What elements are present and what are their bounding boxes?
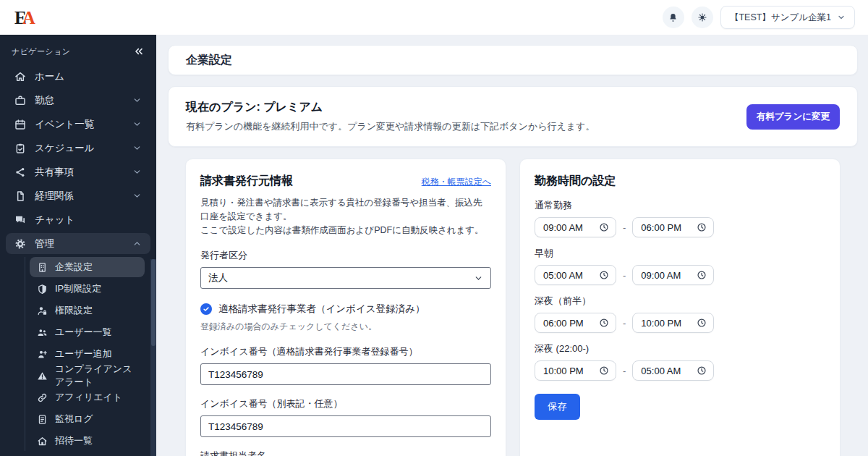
clock-icon <box>697 318 707 328</box>
work-hours-row-label: 早朝 <box>535 247 825 260</box>
start-time-input[interactable]: 05:00 AM <box>535 265 616 285</box>
sidebar-scrollbar-thumb[interactable] <box>151 259 156 346</box>
sidebar-item-home[interactable]: ホーム <box>6 66 150 87</box>
tax-settings-link[interactable]: 税務・帳票設定へ <box>422 176 491 188</box>
time-range-dash: - <box>623 318 626 329</box>
sidebar-item-ip-restriction[interactable]: IP制限設定 <box>30 279 145 299</box>
sidebar-item-compliance-alert[interactable]: コンプライアンスアラート <box>30 366 145 386</box>
invoice-card-header: 請求書発行元情報 税務・帳票設定へ <box>200 174 491 189</box>
change-plan-button[interactable]: 有料プランに変更 <box>746 104 840 130</box>
users-icon <box>37 327 48 338</box>
end-time-input[interactable]: 06:00 PM <box>632 217 714 237</box>
sidebar-item-audit-log[interactable]: 監視ログ <box>30 409 145 429</box>
chat-icon <box>14 214 26 226</box>
plan-title: 現在のプラン: プレミアム <box>186 100 595 115</box>
top-bar: EA 【TEST】サンプル企業1 <box>0 0 868 35</box>
sidebar-item-label: 経理関係 <box>35 190 74 203</box>
plan-card: 現在のプラン: プレミアム 有料プランの機能を継続利用中です。プラン変更や請求情… <box>168 86 858 147</box>
clock-icon <box>697 366 707 376</box>
sidebar-item-affiliate[interactable]: アフィリエイト <box>30 387 145 408</box>
clock-icon <box>599 366 609 376</box>
bell-icon <box>668 12 678 23</box>
check-icon <box>203 305 210 313</box>
sidebar-item-label: 監視ログ <box>55 413 93 426</box>
chevron-down-icon <box>132 96 142 105</box>
sidebar-item-label: 権限設定 <box>55 304 93 317</box>
chevron-down-icon <box>474 274 483 283</box>
sidebar-item-shared[interactable]: 共有事項 <box>6 161 150 182</box>
sidebar-item-label: 管理 <box>35 237 54 250</box>
sidebar-item-permissions[interactable]: 権限設定 <box>30 300 145 321</box>
sidebar-item-company-settings[interactable]: 企業設定 <box>30 257 145 277</box>
invoice-number-value: T123456789 <box>208 369 263 380</box>
invoice-number-alt-input[interactable]: T123456789 <box>200 415 491 437</box>
clock-icon <box>697 222 707 232</box>
sidebar-item-label: 共有事項 <box>35 166 74 179</box>
sidebar-item-accounting[interactable]: 経理関係 <box>6 185 150 206</box>
notifications-button[interactable] <box>663 7 684 28</box>
sidebar-item-label: ユーザー追加 <box>55 347 112 360</box>
home-icon <box>14 71 26 83</box>
clipboard-check-icon <box>14 143 26 154</box>
invoice-number-input[interactable]: T123456789 <box>200 363 491 385</box>
collapse-sidebar-icon[interactable] <box>133 46 145 57</box>
sidebar-item-invitations[interactable]: 招待一覧 <box>30 431 145 451</box>
admin-submenu: 企業設定 IP制限設定 権限設定 ユーザー一覧 ユーザー追加 <box>25 257 145 451</box>
page-title: 企業設定 <box>186 53 232 68</box>
end-time-input[interactable]: 10:00 PM <box>632 313 714 333</box>
chevron-down-icon <box>132 191 142 200</box>
sidebar-item-chat[interactable]: チャット <box>6 209 150 230</box>
end-time-input[interactable]: 09:00 AM <box>632 265 714 285</box>
work-hours-row: 06:00 PM - 10:00 PM <box>535 313 825 333</box>
sidebar-item-label: スケジュール <box>35 142 95 155</box>
sidebar-item-schedule[interactable]: スケジュール <box>6 138 150 159</box>
start-time-value: 09:00 AM <box>543 222 583 233</box>
sidebar-item-admin[interactable]: 管理 <box>6 233 150 254</box>
chevron-down-icon <box>837 13 846 22</box>
invoice-description-line2: ここで設定した内容は書類作成画面およびPDFに自動反映されます。 <box>200 225 484 235</box>
start-time-input[interactable]: 09:00 AM <box>535 217 616 237</box>
company-selector[interactable]: 【TEST】サンプル企業1 <box>720 6 855 29</box>
invoice-description-line1: 見積り・発注書や請求書に表示する貴社の登録番号や担当者、振込先口座を設定できます… <box>200 198 482 221</box>
qualified-issuer-checkbox-row[interactable]: 適格請求書発行事業者（インボイス登録済み） <box>200 303 491 316</box>
link-icon <box>37 392 48 403</box>
theme-toggle-button[interactable] <box>692 7 713 28</box>
building-icon <box>37 262 48 273</box>
sidebar-item-add-user[interactable]: ユーザー追加 <box>30 344 145 364</box>
sidebar-item-label: アフィリエイト <box>55 391 122 404</box>
clock-icon <box>599 318 609 328</box>
save-button[interactable]: 保存 <box>535 394 580 420</box>
settings-cards-row: 請求書発行元情報 税務・帳票設定へ 見積り・発注書や請求書に表示する貴社の登録番… <box>168 159 858 456</box>
sidebar-scrollbar[interactable] <box>150 259 156 456</box>
issuer-type-value: 法人 <box>208 271 228 284</box>
sidebar-item-label: 勤怠 <box>35 94 54 107</box>
plan-description: 有料プランの機能を継続利用中です。プラン変更や請求情報の更新は下記ボタンから行え… <box>186 120 595 133</box>
invite-icon <box>37 436 48 447</box>
time-range-dash: - <box>623 270 626 281</box>
user-lock-icon <box>37 305 48 316</box>
sidebar-item-user-list[interactable]: ユーザー一覧 <box>30 322 145 342</box>
sidebar-item-attendance[interactable]: 勤怠 <box>6 90 150 111</box>
qualified-issuer-checkbox[interactable] <box>200 303 212 315</box>
sun-icon <box>697 12 707 22</box>
shield-icon <box>37 284 48 295</box>
sidebar-item-label: イベント一覧 <box>35 118 94 131</box>
calendar-icon <box>14 119 26 130</box>
work-hours-row: 10:00 PM - 05:00 AM <box>535 360 825 381</box>
logo-letter-a: A <box>22 8 34 28</box>
start-time-input[interactable]: 06:00 PM <box>535 313 616 333</box>
document-icon <box>14 190 26 202</box>
alert-triangle-icon <box>37 371 48 381</box>
qualified-issuer-helper-text: 登録済みの場合のみチェックしてください。 <box>200 321 491 333</box>
sidebar-item-events[interactable]: イベント一覧 <box>6 114 150 135</box>
start-time-value: 05:00 AM <box>543 270 583 281</box>
sidebar-item-label: チャット <box>35 214 75 227</box>
start-time-input[interactable]: 10:00 PM <box>535 360 616 381</box>
end-time-value: 10:00 PM <box>641 318 681 329</box>
end-time-input[interactable]: 05:00 AM <box>632 360 714 381</box>
issuer-type-select[interactable]: 法人 <box>200 267 491 289</box>
app-window: EA 【TEST】サンプル企業1 ナビゲーション ホーム <box>0 0 868 456</box>
chevron-down-icon <box>132 167 142 177</box>
app-logo[interactable]: EA <box>14 9 34 27</box>
time-range-dash: - <box>623 366 626 376</box>
